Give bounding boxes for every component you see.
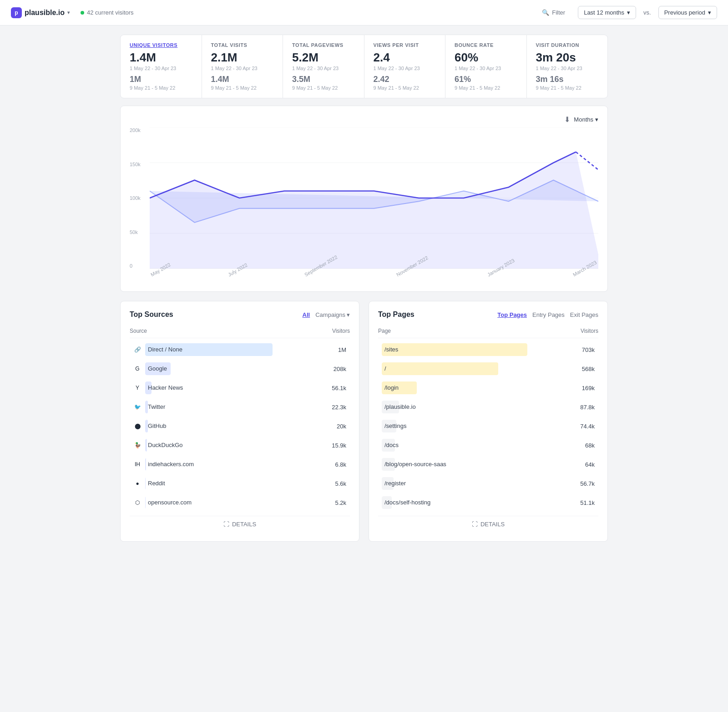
stat-value-views-per-visit: 2.4: [374, 51, 436, 65]
page-name: /login: [382, 384, 401, 391]
chart-y-label: 200k: [130, 127, 148, 133]
source-icon: Y: [133, 384, 142, 392]
filter-button[interactable]: 🔍 Filter: [536, 6, 571, 19]
top-pages-tab[interactable]: Top Pages: [497, 311, 527, 318]
prev-period-selector[interactable]: Previous period ▾: [658, 6, 717, 19]
logo[interactable]: p plausible.io ▾: [11, 7, 70, 18]
stat-value-visit-duration: 3m 20s: [536, 51, 599, 65]
campaigns-chevron-icon: ▾: [347, 311, 350, 318]
stat-total-pageviews[interactable]: TOTAL PAGEVIEWS 5.2M 1 May 22 - 30 Apr 2…: [283, 35, 364, 98]
stat-value-unique-visitors: 1.4M: [130, 51, 192, 65]
table-row[interactable]: ⬤ GitHub 20k: [130, 417, 350, 436]
stat-prev-views-per-visit: 2.42: [374, 75, 436, 84]
current-visitors-badge: 42 current visitors: [81, 9, 134, 16]
table-row[interactable]: 🐦 Twitter 22.3k: [130, 397, 350, 417]
page-value: 703k: [582, 346, 595, 353]
chart-x-labels: May 2022July 2022September 2022November …: [150, 269, 598, 282]
page-name: /blog/open-source-saas: [382, 461, 449, 468]
source-icon: ●: [133, 479, 142, 488]
source-icon: G: [133, 365, 142, 373]
table-row[interactable]: /settings 74.4k: [378, 417, 598, 436]
source-icon: ⬡: [133, 498, 142, 507]
stat-label-total-visits: TOTAL VISITS: [211, 42, 274, 48]
table-row[interactable]: 🔗 Direct / None 1M: [130, 340, 350, 359]
stat-value-total-pageviews: 5.2M: [292, 51, 355, 65]
page-name: /docs/self-hosting: [382, 499, 433, 506]
source-value: 56.1k: [332, 385, 346, 392]
stat-views-per-visit[interactable]: VIEWS PER VISIT 2.4 1 May 22 - 30 Apr 23…: [364, 35, 446, 98]
source-name: Google: [145, 365, 170, 372]
stat-prev-period-bounce-rate: 9 May 21 - 5 May 22: [455, 85, 517, 91]
table-row[interactable]: IH indiehackers.com 6.8k: [130, 455, 350, 474]
source-col-label: Source: [130, 328, 147, 334]
chart-wrapper: 200k150k100k50k0: [130, 127, 598, 282]
svg-marker-6: [150, 152, 598, 269]
sources-details-label: DETAILS: [232, 521, 256, 528]
stats-row: UNIQUE VISITORS 1.4M 1 May 22 - 30 Apr 2…: [120, 35, 608, 98]
stat-prev-period-total-visits: 9 May 21 - 5 May 22: [211, 85, 274, 91]
stat-prev-bounce-rate: 61%: [455, 75, 517, 84]
vs-label: vs.: [643, 9, 651, 16]
period-selector[interactable]: Last 12 months ▾: [578, 6, 636, 19]
table-row[interactable]: /register 56.7k: [378, 474, 598, 493]
sources-details-button[interactable]: ⛶ DETAILS: [130, 516, 350, 532]
pages-details-button[interactable]: ⛶ DETAILS: [378, 516, 598, 532]
pages-details-label: DETAILS: [480, 521, 505, 528]
table-row[interactable]: G Google 208k: [130, 359, 350, 378]
stat-label-views-per-visit: VIEWS PER VISIT: [374, 42, 436, 48]
source-value: 5.2k: [335, 499, 346, 506]
source-name: DuckDuckGo: [145, 442, 186, 448]
table-row[interactable]: ⬡ opensource.com 5.2k: [130, 493, 350, 512]
campaigns-button[interactable]: Campaigns ▾: [315, 311, 350, 318]
months-label: Months: [574, 116, 593, 123]
stat-unique-visitors[interactable]: UNIQUE VISITORS 1.4M 1 May 22 - 30 Apr 2…: [121, 35, 202, 98]
svg-line-7: [576, 152, 598, 170]
source-icon: 🐦: [133, 403, 142, 411]
table-row[interactable]: /sites 703k: [378, 340, 598, 359]
download-icon[interactable]: ⬇: [564, 115, 570, 124]
stat-period-bounce-rate: 1 May 22 - 30 Apr 23: [455, 66, 517, 71]
months-button[interactable]: Months ▾: [574, 116, 598, 123]
table-row[interactable]: /docs/self-hosting 51.1k: [378, 493, 598, 512]
table-row[interactable]: / 568k: [378, 359, 598, 378]
page-value: 64k: [585, 461, 595, 468]
table-row[interactable]: /login 169k: [378, 378, 598, 397]
main-content: UNIQUE VISITORS 1.4M 1 May 22 - 30 Apr 2…: [109, 25, 619, 551]
table-row[interactable]: /docs 68k: [378, 436, 598, 455]
logo-chevron-icon: ▾: [67, 10, 70, 15]
visitors-count: 42 current visitors: [87, 9, 134, 16]
table-row[interactable]: 🦆 DuckDuckGo 15.9k: [130, 436, 350, 455]
source-name: opensource.com: [145, 499, 194, 506]
table-row[interactable]: Y Hacker News 56.1k: [130, 378, 350, 397]
table-row[interactable]: /blog/open-source-saas 64k: [378, 455, 598, 474]
chart-container: ⬇ Months ▾ 200k150k100k50k0: [120, 106, 608, 292]
months-chevron-icon: ▾: [595, 116, 598, 123]
pages-visitors-col-label: Visitors: [581, 328, 598, 334]
prev-period-chevron-icon: ▾: [708, 9, 711, 16]
exit-pages-tab[interactable]: Exit Pages: [570, 311, 598, 318]
top-pages-header: Top Pages Top Pages Entry Pages Exit Pag…: [378, 310, 598, 319]
table-row[interactable]: /plausible.io 87.8k: [378, 397, 598, 417]
period-label: Last 12 months: [584, 9, 624, 16]
stat-visit-duration[interactable]: VISIT DURATION 3m 20s 1 May 22 - 30 Apr …: [527, 35, 608, 98]
source-name: indiehackers.com: [145, 461, 197, 468]
page-value: 51.1k: [580, 499, 595, 506]
top-pages-panel: Top Pages Top Pages Entry Pages Exit Pag…: [369, 301, 608, 542]
page-name: /docs: [382, 442, 401, 448]
top-pages-title: Top Pages: [378, 310, 415, 319]
entry-pages-tab[interactable]: Entry Pages: [532, 311, 565, 318]
table-row[interactable]: ● Reddit 5.6k: [130, 474, 350, 493]
source-icon: IH: [133, 460, 142, 468]
sources-table-body: 🔗 Direct / None 1M G Google 208k Y: [130, 340, 350, 512]
source-name: Reddit: [145, 480, 168, 487]
stat-bounce-rate[interactable]: BOUNCE RATE 60% 1 May 22 - 30 Apr 23 61%…: [445, 35, 527, 98]
chart-y-labels: 200k150k100k50k0: [130, 127, 148, 269]
all-tab[interactable]: All: [303, 311, 310, 318]
stat-prev-period-unique-visitors: 9 May 21 - 5 May 22: [130, 85, 192, 91]
page-value: 87.8k: [580, 404, 595, 411]
source-value: 5.6k: [335, 480, 346, 487]
stat-total-visits[interactable]: TOTAL VISITS 2.1M 1 May 22 - 30 Apr 23 1…: [202, 35, 283, 98]
stat-prev-visit-duration: 3m 16s: [536, 75, 599, 84]
chart-controls: ⬇ Months ▾: [130, 115, 598, 124]
top-sources-tabs: All Campaigns ▾: [303, 311, 350, 318]
